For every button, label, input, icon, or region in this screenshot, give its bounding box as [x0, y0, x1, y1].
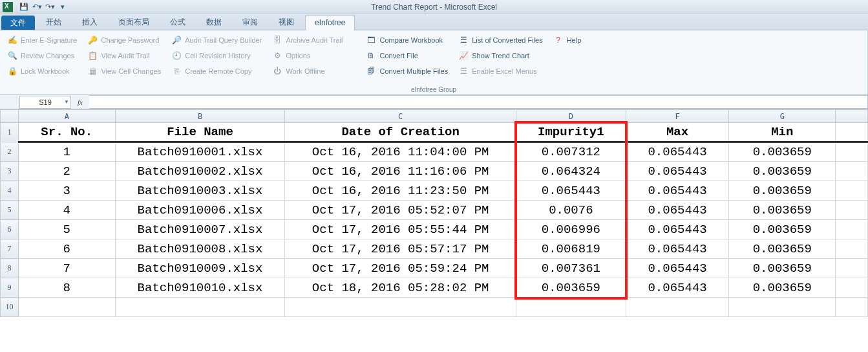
cell[interactable]: 0.064324: [516, 162, 626, 181]
cell[interactable]: Oct 17, 2016 05:55:44 PM: [285, 220, 516, 239]
cell[interactable]: Oct 16, 2016 11:04:00 PM: [285, 142, 516, 162]
qat-undo-button[interactable]: ↶▾: [31, 1, 43, 13]
cell[interactable]: Batch0910010.xlsx: [115, 278, 285, 298]
cell[interactable]: [836, 239, 868, 259]
rb-convert-multiple[interactable]: 🗐Convert Multiple Files: [364, 64, 450, 78]
row-header[interactable]: 6: [1, 220, 19, 239]
cell[interactable]: Sr. No.: [18, 123, 115, 142]
rb-compare-workbook[interactable]: 🗔Compare Workbook: [364, 33, 450, 47]
cell[interactable]: 0.007361: [516, 259, 626, 278]
cell[interactable]: 0.003659: [729, 181, 836, 201]
rb-change-password[interactable]: 🔑Change Password: [85, 33, 163, 47]
cell[interactable]: [836, 201, 868, 220]
cell[interactable]: 6: [18, 239, 115, 259]
tab-pagelayout[interactable]: 页面布局: [109, 14, 159, 30]
cell[interactable]: Batch0910003.xlsx: [115, 181, 285, 201]
select-all-corner[interactable]: [1, 110, 19, 123]
row-header[interactable]: 2: [1, 142, 19, 162]
cell[interactable]: 0.003659: [729, 142, 836, 162]
qat-redo-button[interactable]: ↷▾: [44, 1, 56, 13]
rb-review-changes[interactable]: 🔍Review Changes: [5, 49, 79, 63]
cell[interactable]: 0.065443: [626, 162, 729, 181]
rb-view-audit-trail[interactable]: 📋View Audit Trail: [85, 49, 163, 63]
row-header[interactable]: 5: [1, 201, 19, 220]
tab-data[interactable]: 数据: [196, 14, 231, 30]
cell[interactable]: 0.065443: [626, 181, 729, 201]
cell[interactable]: 1: [18, 142, 115, 162]
rb-view-cell-changes[interactable]: ▦View Cell Changes: [85, 64, 163, 78]
cell[interactable]: Batch0910006.xlsx: [115, 201, 285, 220]
cell[interactable]: 5: [18, 220, 115, 239]
cell[interactable]: Max: [626, 123, 729, 142]
cell[interactable]: 2: [18, 162, 115, 181]
cell[interactable]: [729, 298, 836, 317]
cell[interactable]: 8: [18, 278, 115, 298]
cell[interactable]: [836, 220, 868, 239]
cell[interactable]: Oct 18, 2016 05:28:02 PM: [285, 278, 516, 298]
cell[interactable]: [836, 181, 868, 201]
rb-show-trend-chart[interactable]: 📈Show Trend Chart: [456, 49, 544, 63]
cell[interactable]: Date of Creation: [285, 123, 516, 142]
formula-bar-input[interactable]: [89, 95, 868, 109]
row-header[interactable]: 3: [1, 162, 19, 181]
row-header[interactable]: 8: [1, 259, 19, 278]
rb-enter-esignature[interactable]: ✍Enter E-Signature: [5, 33, 79, 47]
rb-options[interactable]: ⚙Options: [270, 49, 344, 63]
cell[interactable]: Batch0910002.xlsx: [115, 162, 285, 181]
cell[interactable]: [516, 298, 626, 317]
rb-help[interactable]: ?Help: [551, 33, 584, 47]
col-header-F[interactable]: F: [626, 110, 729, 123]
rb-cell-revision-history[interactable]: 🕘Cell Revision History: [169, 49, 264, 63]
cell[interactable]: [115, 298, 285, 317]
cell[interactable]: 0.003659: [729, 162, 836, 181]
cell[interactable]: 7: [18, 259, 115, 278]
cell[interactable]: 0.003659: [729, 278, 836, 298]
row-header[interactable]: 9: [1, 278, 19, 298]
col-header-G[interactable]: G: [729, 110, 836, 123]
cell[interactable]: 3: [18, 181, 115, 201]
cell[interactable]: [18, 298, 115, 317]
cell[interactable]: File Name: [115, 123, 285, 142]
row-header[interactable]: 4: [1, 181, 19, 201]
rb-create-remote-copy[interactable]: ⎘Create Remote Copy: [169, 64, 264, 78]
cell[interactable]: Min: [729, 123, 836, 142]
cell[interactable]: 0.007312: [516, 142, 626, 162]
cell[interactable]: Oct 17, 2016 05:59:24 PM: [285, 259, 516, 278]
tab-einfotree[interactable]: eInfotree: [305, 15, 355, 30]
cell[interactable]: [836, 142, 868, 162]
cell[interactable]: 0.065443: [626, 259, 729, 278]
row-header[interactable]: 7: [1, 239, 19, 259]
cell[interactable]: Oct 16, 2016 11:16:06 PM: [285, 162, 516, 181]
cell[interactable]: [836, 259, 868, 278]
col-header-B[interactable]: B: [115, 110, 285, 123]
cell[interactable]: 0.003659: [729, 201, 836, 220]
rb-lock-workbook[interactable]: 🔒Lock Workbook: [5, 64, 79, 78]
tab-insert[interactable]: 插入: [72, 14, 107, 30]
cell[interactable]: [836, 278, 868, 298]
rb-list-converted[interactable]: ☰List of Converted Files: [456, 33, 544, 47]
cell[interactable]: [836, 123, 868, 142]
cell[interactable]: Batch0910009.xlsx: [115, 259, 285, 278]
cell[interactable]: Batch0910007.xlsx: [115, 220, 285, 239]
col-header-next[interactable]: [836, 110, 868, 123]
tab-file[interactable]: 文件: [1, 16, 35, 30]
qat-customize-button[interactable]: ▾: [57, 1, 69, 13]
col-header-C[interactable]: C: [285, 110, 516, 123]
cell[interactable]: 0.003659: [729, 239, 836, 259]
rb-archive-audit-trail[interactable]: 🗄Archive Audit Trail: [270, 33, 344, 47]
cell[interactable]: 4: [18, 201, 115, 220]
cell[interactable]: Impurity1: [516, 123, 626, 142]
rb-enable-excel-menus[interactable]: ☰Enable Excel Menus: [456, 64, 544, 78]
cell[interactable]: [626, 298, 729, 317]
cell[interactable]: 0.003659: [729, 259, 836, 278]
cell[interactable]: 0.065443: [626, 239, 729, 259]
cell[interactable]: 0.0076: [516, 201, 626, 220]
cell[interactable]: Batch0910008.xlsx: [115, 239, 285, 259]
col-header-A[interactable]: A: [18, 110, 115, 123]
cell[interactable]: 0.065443: [626, 220, 729, 239]
col-header-D[interactable]: D: [516, 110, 626, 123]
rb-convert-file[interactable]: 🗎Convert File: [364, 49, 450, 63]
tab-review[interactable]: 审阅: [233, 14, 268, 30]
cell[interactable]: [285, 298, 516, 317]
cell[interactable]: 0.065443: [626, 201, 729, 220]
